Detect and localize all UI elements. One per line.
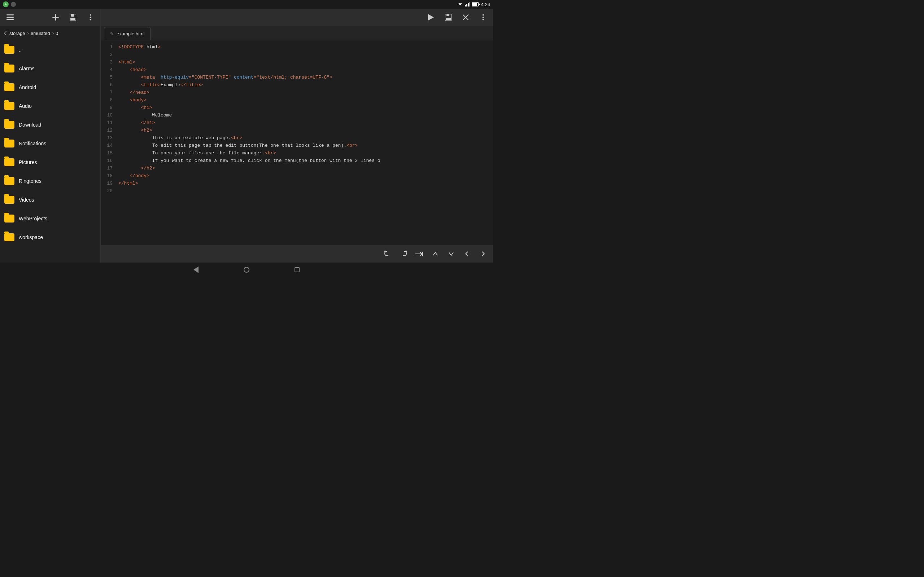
svg-rect-21 [446,18,451,20]
file-panel: storage > emulated > 0 .. Alarms Android [0,9,101,263]
folder-item-webprojects[interactable]: WebProjects [0,209,100,228]
code-line: </html> [118,180,490,187]
editor-more-button[interactable] [477,11,489,23]
folder-icon-videos [4,196,15,204]
code-line: <html> [118,58,490,66]
add-file-button[interactable] [50,11,61,23]
folder-name-ringtones: Ringtones [19,178,42,184]
editor-content[interactable]: 1234567891011121314151617181920 <!DOCTYP… [101,40,493,245]
folder-icon-ringtones [4,177,15,185]
redo-button[interactable] [398,248,409,259]
folder-item-videos[interactable]: Videos [0,190,100,209]
code-line: <h1> [118,104,490,111]
folder-item-download[interactable]: Download [0,115,100,134]
arrow-right-button[interactable] [477,248,489,259]
code-line: This is an example web page.<br> [118,134,490,142]
svg-marker-18 [428,14,434,21]
svg-point-25 [482,16,484,18]
folder-name-videos: Videos [19,197,34,203]
code-line: </head> [118,89,490,96]
folder-name-parent: .. [19,47,22,53]
code-line: <body> [118,96,490,104]
folder-name-webprojects: WebProjects [19,216,47,221]
folder-item-android[interactable]: Android [0,78,100,97]
line-numbers: 1234567891011121314151617181920 [101,40,115,245]
editor-tab-bar: ✎ example.html [101,26,493,40]
code-line [118,187,490,195]
breadcrumb-0[interactable]: 0 [56,31,58,36]
sep2: > [51,31,54,36]
folder-item-audio[interactable]: Audio [0,97,100,115]
more-options-button[interactable] [84,11,96,23]
back-button[interactable] [192,266,200,273]
menu-button[interactable] [4,11,16,23]
svg-rect-1 [466,4,467,6]
folder-name-audio: Audio [19,103,32,109]
signal-icon [465,2,470,6]
code-line: </body> [118,172,490,180]
editor-save-button[interactable] [443,11,454,23]
code-line: <head> [118,66,490,74]
code-line: To edit this page tap the edit button(Th… [118,142,490,149]
status-bar-right: 4:24 [457,2,490,7]
code-line: </h1> [118,119,490,127]
tab-insert-button[interactable] [414,248,425,259]
code-area[interactable]: <!DOCTYPE html> <html> <head> <meta http… [115,40,493,245]
nav-bar [0,263,493,277]
file-panel-toolbar [0,9,100,26]
svg-rect-11 [52,17,59,18]
battery-icon [472,2,480,6]
breadcrumb: storage > emulated > 0 [0,26,100,40]
folder-name-workspace: workspace [19,234,43,240]
folder-item-notifications[interactable]: Notifications [0,134,100,153]
breadcrumb-storage[interactable]: storage [10,31,25,36]
folder-item-ringtones[interactable]: Ringtones [0,172,100,190]
save-button[interactable] [67,11,79,23]
circle-status-icon [11,2,16,7]
svg-rect-13 [71,14,74,16]
code-line: <title>Example</title> [118,81,490,89]
code-line: <meta http-equiv="CONTENT-TYPE" content=… [118,74,490,81]
folder-icon-android [4,83,15,91]
home-button[interactable] [243,266,250,273]
svg-rect-0 [465,5,466,6]
svg-rect-2 [468,3,469,6]
editor-bottom-bar [101,245,493,263]
status-bar: A 4:24 [0,0,493,9]
editor-close-button[interactable] [460,11,472,23]
time-display: 4:24 [481,2,490,7]
code-line: Welcome [118,111,490,119]
wifi-icon [457,2,463,6]
folder-icon-pictures [4,158,15,166]
arrow-down-button[interactable] [446,248,457,259]
svg-point-24 [482,15,484,16]
folder-name-pictures: Pictures [19,160,37,165]
svg-point-16 [89,16,91,18]
breadcrumb-emulated[interactable]: emulated [31,31,50,36]
status-bar-left: A [3,2,16,7]
folder-name-download: Download [19,122,41,128]
svg-rect-5 [472,3,477,6]
svg-rect-8 [6,17,14,18]
editor-tab-example[interactable]: ✎ example.html [104,27,150,40]
svg-point-26 [482,19,484,21]
arrow-up-button[interactable] [430,248,441,259]
editor-toolbar [101,9,493,26]
folder-icon-workspace [4,233,15,241]
folder-item-alarms[interactable]: Alarms [0,59,100,78]
undo-button[interactable] [382,248,393,259]
folder-name-notifications: Notifications [19,141,46,147]
code-line: </h2> [118,164,490,172]
svg-point-17 [89,19,91,21]
svg-point-15 [89,15,91,16]
arrow-left-button[interactable] [461,248,473,259]
run-button[interactable] [425,11,437,23]
svg-rect-6 [479,3,480,5]
folder-icon-notifications [4,140,15,148]
folder-item-workspace[interactable]: workspace [0,228,100,247]
main-content: storage > emulated > 0 .. Alarms Android [0,9,493,263]
folder-item-pictures[interactable]: Pictures [0,153,100,172]
recent-button[interactable] [294,266,300,273]
folder-item-parent[interactable]: .. [0,40,100,59]
code-line: <h2> [118,127,490,134]
